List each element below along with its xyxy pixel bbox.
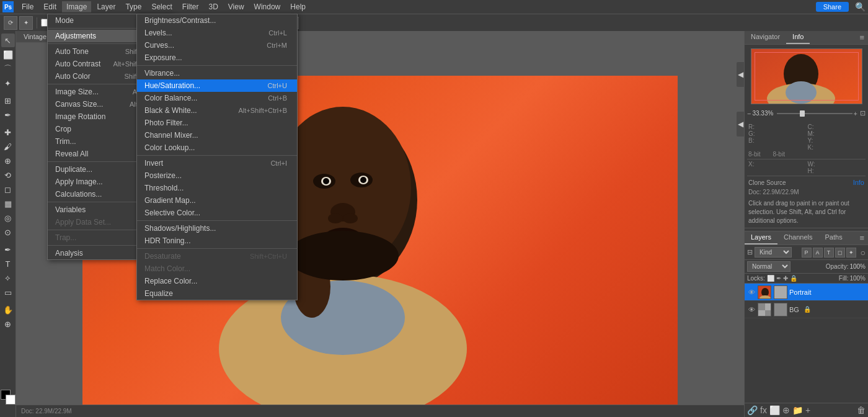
heal-tool[interactable]: ✚ (1, 125, 15, 139)
menu-layer[interactable]: Layer (92, 1, 120, 12)
zoom-slider[interactable] (777, 113, 852, 114)
gradient-tool[interactable]: ▦ (1, 197, 15, 210)
stamp-tool[interactable]: ⊕ (1, 154, 15, 168)
adj-brightness[interactable]: Brightness/Contrast... (137, 14, 297, 27)
lock-position-icon[interactable]: ✚ (783, 275, 788, 282)
adj-sep4 (137, 248, 297, 249)
adj-gradient-map[interactable]: Gradient Map... (137, 194, 297, 207)
zoom-out-icon[interactable]: − (747, 110, 751, 117)
adj-equalize[interactable]: Equalize (137, 287, 297, 300)
adj-hdr-toning[interactable]: HDR Toning... (137, 235, 297, 247)
add-mask-icon[interactable]: ⬜ (769, 405, 780, 415)
tab-info[interactable]: Info (786, 31, 810, 44)
adj-channel-mixer[interactable]: Channel Mixer... (137, 129, 297, 141)
search-icon[interactable]: 🔍 (855, 2, 866, 12)
lasso-tool[interactable]: ⌒ (1, 62, 15, 76)
adj-curves[interactable]: Curves... Ctrl+M (137, 39, 297, 52)
history-tool[interactable]: ⟲ (1, 168, 15, 182)
collapse-bottom-icon[interactable]: ◀ (737, 112, 744, 137)
tool-icon-2[interactable]: ✦ (19, 16, 33, 30)
brush-tool[interactable]: 🖌 (1, 140, 15, 153)
collapse-top-icon[interactable]: ◀ (737, 62, 744, 87)
adj-color-lookup[interactable]: Color Lookup... (137, 141, 297, 154)
menu-select[interactable]: Select (147, 1, 176, 12)
link-layers-icon[interactable]: 🔗 (747, 405, 758, 415)
text-tool[interactable]: T (1, 257, 15, 271)
layer-row-portrait[interactable]: 👁 Portrait (745, 284, 868, 301)
tab-navigator[interactable]: Navigator (745, 31, 786, 44)
info-active-label[interactable]: Info (853, 179, 864, 186)
menu-file[interactable]: File (17, 1, 38, 12)
adj-shadows-highlights[interactable]: Shadows/Highlights... (137, 222, 297, 235)
zoom-fit-icon[interactable]: ⊡ (860, 109, 866, 117)
adj-threshold[interactable]: Threshold... (137, 182, 297, 194)
zoom-tool[interactable]: ⊕ (1, 317, 15, 331)
adj-posterize[interactable]: Posterize... (137, 169, 297, 182)
eraser-tool[interactable]: ◻ (1, 182, 15, 196)
path-tool[interactable]: ⟡ (1, 271, 15, 285)
layer-thumb-bg (758, 303, 771, 316)
adj-sep3 (137, 220, 297, 221)
tab-channels[interactable]: Channels (777, 231, 818, 244)
pen-tool[interactable]: ✒ (1, 243, 15, 256)
blend-mode-select[interactable]: Normal (747, 261, 790, 272)
move-tool[interactable]: ↖ (1, 34, 15, 47)
menu-filter[interactable]: Filter (178, 1, 203, 12)
layer-mask-portrait (774, 285, 787, 299)
layer-eye-bg[interactable]: 👁 (747, 306, 756, 313)
adj-replace-color[interactable]: Replace Color... (137, 275, 297, 287)
hand-tool[interactable]: ✋ (1, 303, 15, 316)
add-layer-icon[interactable]: + (805, 405, 810, 415)
adj-black-white[interactable]: Black & White... Alt+Shift+Ctrl+B (137, 104, 297, 117)
layers-panel-menu[interactable]: ≡ (856, 231, 868, 244)
eyedropper-tool[interactable]: ✒ (1, 108, 15, 122)
menu-image[interactable]: Image (62, 1, 91, 12)
dodge-tool[interactable]: ⊙ (1, 225, 15, 239)
info-m: M: (808, 130, 865, 137)
adj-levels[interactable]: Levels... Ctrl+L (137, 27, 297, 39)
filter-smart-btn[interactable]: ✦ (846, 248, 856, 258)
tool-icon-1[interactable]: ⟳ (4, 16, 17, 30)
layers-tabs: Layers Channels Paths ≡ (745, 231, 868, 245)
share-button[interactable]: Share (816, 2, 849, 12)
kind-select[interactable]: Kind (755, 247, 792, 258)
add-adjustment-icon[interactable]: ⊕ (782, 405, 790, 415)
adj-color-balance[interactable]: Color Balance... Ctrl+B (137, 92, 297, 104)
zoom-in-icon[interactable]: + (854, 110, 857, 117)
menu-window[interactable]: Window (250, 1, 285, 12)
lock-transparent-icon[interactable]: ⬜ (767, 275, 774, 282)
layer-row-bg[interactable]: 👁 BG 🔒 (745, 301, 868, 318)
menu-3d[interactable]: 3D (204, 1, 222, 12)
filter-adjustment-btn[interactable]: A (813, 248, 823, 258)
tab-layers[interactable]: Layers (745, 231, 777, 244)
quick-select-tool[interactable]: ✦ (1, 76, 15, 90)
blur-tool[interactable]: ◎ (1, 211, 15, 225)
marquee-tool[interactable]: ⬜ (1, 48, 15, 61)
lock-image-icon[interactable]: ✒ (776, 275, 781, 282)
delete-layer-icon[interactable]: 🗑 (857, 405, 866, 415)
filter-shape-btn[interactable]: ◻ (835, 248, 845, 258)
menu-view[interactable]: View (224, 1, 249, 12)
adj-exposure[interactable]: Exposure... (137, 52, 297, 64)
layer-eye-portrait[interactable]: 👁 (747, 289, 756, 296)
adj-photo-filter[interactable]: Photo Filter... (137, 117, 297, 129)
filter-type-btn[interactable]: T (824, 248, 834, 258)
adj-hue-saturation[interactable]: Hue/Saturation... Ctrl+U (137, 79, 297, 92)
adj-selective-color[interactable]: Selective Color... (137, 207, 297, 219)
add-style-icon[interactable]: fx (760, 405, 767, 415)
svg-point-24 (761, 288, 769, 297)
panel-menu-icon[interactable]: ≡ (856, 31, 868, 44)
menu-help[interactable]: Help (286, 1, 310, 12)
filter-pixel-btn[interactable]: P (802, 248, 812, 258)
adj-vibrance[interactable]: Vibrance... (137, 67, 297, 79)
lock-all-icon[interactable]: 🔒 (790, 275, 797, 282)
shape-tool[interactable]: ▭ (1, 285, 15, 299)
tab-paths[interactable]: Paths (819, 231, 849, 244)
crop-tool[interactable]: ⊞ (1, 94, 15, 107)
menu-type[interactable]: Type (121, 1, 146, 12)
filter-toggle[interactable]: ○ (861, 248, 866, 258)
background-color[interactable] (6, 395, 16, 405)
adj-invert[interactable]: Invert Ctrl+I (137, 157, 297, 169)
add-group-icon[interactable]: 📁 (792, 405, 803, 415)
menu-edit[interactable]: Edit (39, 1, 61, 12)
